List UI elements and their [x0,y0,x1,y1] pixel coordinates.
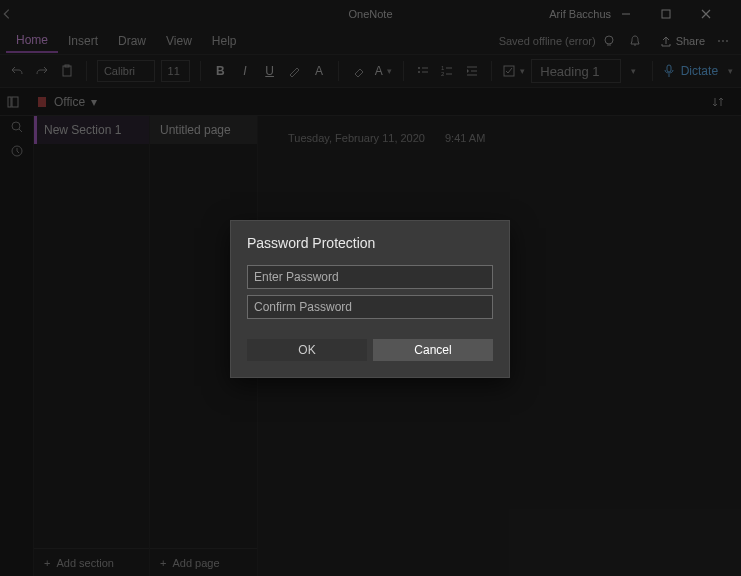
ok-button[interactable]: OK [247,339,367,361]
password-protection-dialog: Password Protection OK Cancel [230,220,510,378]
dialog-title: Password Protection [247,235,493,251]
enter-password-input[interactable] [247,265,493,289]
cancel-button[interactable]: Cancel [373,339,493,361]
confirm-password-input[interactable] [247,295,493,319]
